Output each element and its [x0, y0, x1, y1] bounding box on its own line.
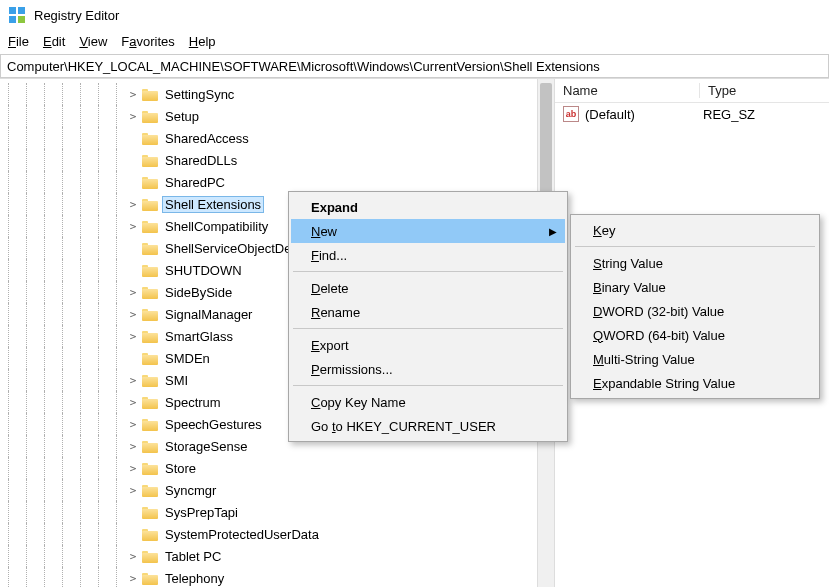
tree-item-label: SharedDLLs: [162, 152, 240, 169]
folder-icon: [142, 263, 158, 277]
tree-item[interactable]: >Telephony: [0, 567, 554, 587]
value-row[interactable]: ab (Default) REG_SZ: [555, 103, 829, 125]
expander-icon[interactable]: >: [126, 462, 140, 475]
expander-icon: ·: [126, 176, 140, 188]
expander-icon[interactable]: >: [126, 330, 140, 343]
menu-view[interactable]: View: [79, 34, 107, 49]
ctx-separator: [293, 271, 563, 272]
ctx-new-key[interactable]: Key: [573, 218, 817, 242]
ctx-new-multistring[interactable]: Multi-String Value: [573, 347, 817, 371]
expander-icon[interactable]: >: [126, 418, 140, 431]
tree-item[interactable]: ·SharedPC: [0, 171, 554, 193]
tree-item-label: SmartGlass: [162, 328, 236, 345]
tree-item[interactable]: >Tablet PC: [0, 545, 554, 567]
ctx-permissions[interactable]: Permissions...: [291, 357, 565, 381]
folder-icon: [142, 505, 158, 519]
tree-item-label: SettingSync: [162, 86, 237, 103]
tree-item[interactable]: ·SystemProtectedUserData: [0, 523, 554, 545]
folder-icon: [142, 527, 158, 541]
ctx-expand[interactable]: Expand: [291, 195, 565, 219]
folder-icon: [142, 483, 158, 497]
expander-icon[interactable]: >: [126, 308, 140, 321]
tree-item[interactable]: >Store: [0, 457, 554, 479]
address-input[interactable]: [7, 59, 822, 74]
tree-item-label: SMDEn: [162, 350, 213, 367]
column-header-name[interactable]: Name: [555, 83, 700, 98]
folder-icon: [142, 87, 158, 101]
expander-icon: ·: [126, 132, 140, 144]
tree-item[interactable]: >SettingSync: [0, 83, 554, 105]
column-header-type[interactable]: Type: [700, 83, 829, 98]
window-title: Registry Editor: [34, 8, 119, 23]
menu-edit[interactable]: Edit: [43, 34, 65, 49]
ctx-new-binary[interactable]: Binary Value: [573, 275, 817, 299]
folder-icon: [142, 285, 158, 299]
folder-icon: [142, 219, 158, 233]
ctx-delete[interactable]: Delete: [291, 276, 565, 300]
expander-icon[interactable]: >: [126, 220, 140, 233]
scroll-thumb[interactable]: [540, 83, 552, 193]
expander-icon[interactable]: >: [126, 572, 140, 585]
folder-icon: [142, 329, 158, 343]
ctx-separator: [293, 328, 563, 329]
tree-item-label: SharedPC: [162, 174, 228, 191]
tree-item[interactable]: ·SharedAccess: [0, 127, 554, 149]
tree-item-label: Tablet PC: [162, 548, 224, 565]
expander-icon[interactable]: >: [126, 440, 140, 453]
ctx-separator: [293, 385, 563, 386]
ctx-new-dword[interactable]: DWORD (32-bit) Value: [573, 299, 817, 323]
tree-item-label: Syncmgr: [162, 482, 219, 499]
expander-icon: ·: [126, 528, 140, 540]
folder-icon: [142, 153, 158, 167]
ctx-copy-key-name[interactable]: Copy Key Name: [291, 390, 565, 414]
tree-item[interactable]: ·SharedDLLs: [0, 149, 554, 171]
expander-icon[interactable]: >: [126, 198, 140, 211]
folder-icon: [142, 351, 158, 365]
menubar: File Edit View Favorites Help: [0, 30, 829, 52]
menu-favorites[interactable]: Favorites: [121, 34, 174, 49]
tree-item[interactable]: >Syncmgr: [0, 479, 554, 501]
folder-icon: [142, 439, 158, 453]
folder-icon: [142, 417, 158, 431]
ctx-new-string[interactable]: String Value: [573, 251, 817, 275]
ctx-new-expandstring[interactable]: Expandable String Value: [573, 371, 817, 395]
ctx-export[interactable]: Export: [291, 333, 565, 357]
ctx-new-qword[interactable]: QWORD (64-bit) Value: [573, 323, 817, 347]
folder-icon: [142, 197, 158, 211]
regedit-icon: [8, 6, 26, 24]
ctx-separator: [575, 246, 815, 247]
tree-item-label: SideBySide: [162, 284, 235, 301]
ctx-goto-hkcu[interactable]: Go to HKEY_CURRENT_USER: [291, 414, 565, 438]
tree-item-label: Spectrum: [162, 394, 224, 411]
tree-item-label: Store: [162, 460, 199, 477]
svg-rect-1: [18, 7, 25, 14]
tree-item-label: ShellCompatibility: [162, 218, 271, 235]
tree-item-label: SharedAccess: [162, 130, 252, 147]
expander-icon[interactable]: >: [126, 286, 140, 299]
values-header: Name Type: [555, 79, 829, 103]
tree-item[interactable]: ·SysPrepTapi: [0, 501, 554, 523]
chevron-right-icon: ▶: [549, 226, 557, 237]
folder-icon: [142, 307, 158, 321]
expander-icon[interactable]: >: [126, 396, 140, 409]
tree-item-label: SystemProtectedUserData: [162, 526, 322, 543]
folder-icon: [142, 549, 158, 563]
menu-help[interactable]: Help: [189, 34, 216, 49]
tree-item-label: SignalManager: [162, 306, 255, 323]
expander-icon: ·: [126, 352, 140, 364]
expander-icon[interactable]: >: [126, 484, 140, 497]
context-submenu-new: Key String Value Binary Value DWORD (32-…: [570, 214, 820, 399]
expander-icon[interactable]: >: [126, 550, 140, 563]
value-type: REG_SZ: [703, 107, 755, 122]
address-bar[interactable]: [0, 54, 829, 78]
menu-file[interactable]: File: [8, 34, 29, 49]
string-value-icon: ab: [563, 106, 579, 122]
expander-icon[interactable]: >: [126, 110, 140, 123]
ctx-find[interactable]: Find...: [291, 243, 565, 267]
ctx-rename[interactable]: Rename: [291, 300, 565, 324]
expander-icon[interactable]: >: [126, 88, 140, 101]
ctx-new[interactable]: New▶: [291, 219, 565, 243]
tree-item[interactable]: >Setup: [0, 105, 554, 127]
expander-icon[interactable]: >: [126, 374, 140, 387]
tree-item-label: StorageSense: [162, 438, 250, 455]
